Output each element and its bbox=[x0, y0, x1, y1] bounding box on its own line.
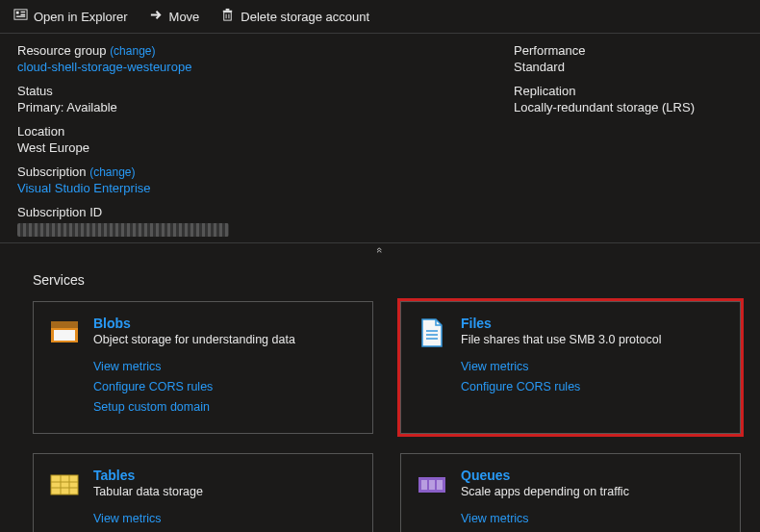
svg-rect-1 bbox=[16, 12, 19, 14]
queues-desc: Scale apps depending on traffic bbox=[461, 485, 629, 498]
subscription-value[interactable]: Visual Studio Enterprise bbox=[17, 181, 229, 195]
files-view-metrics-link[interactable]: View metrics bbox=[461, 358, 661, 376]
essentials-right: Performance Standard Replication Locally… bbox=[514, 43, 695, 237]
services-section: Services Blobs Object storage for unders… bbox=[0, 259, 760, 532]
blobs-cors-link[interactable]: Configure CORS rules bbox=[93, 378, 295, 396]
service-card-queues[interactable]: Queues Scale apps depending on traffic V… bbox=[400, 453, 741, 532]
performance-label: Performance bbox=[514, 43, 695, 58]
services-grid: Blobs Object storage for understanding d… bbox=[33, 301, 741, 532]
prop-location: Location West Europe bbox=[17, 124, 229, 155]
prop-subscription: Subscription (change) Visual Studio Ente… bbox=[17, 165, 229, 195]
chevron-up-icon: « bbox=[374, 247, 386, 255]
service-card-blobs[interactable]: Blobs Object storage for understanding d… bbox=[33, 301, 373, 434]
svg-rect-2 bbox=[21, 12, 26, 13]
queue-icon bbox=[417, 469, 447, 500]
service-body: Blobs Object storage for understanding d… bbox=[93, 316, 295, 416]
queues-view-metrics-link[interactable]: View metrics bbox=[461, 510, 629, 528]
collapse-essentials-toggle[interactable]: « bbox=[0, 242, 760, 259]
essentials-left: Resource group (change) cloud-shell-stor… bbox=[17, 43, 229, 237]
file-icon bbox=[417, 317, 447, 348]
svg-rect-24 bbox=[437, 480, 443, 490]
svg-rect-7 bbox=[226, 9, 230, 11]
svg-rect-3 bbox=[21, 14, 26, 15]
performance-value: Standard bbox=[514, 60, 695, 74]
svg-rect-22 bbox=[421, 480, 427, 490]
subscription-id-label: Subscription ID bbox=[17, 205, 229, 219]
svg-rect-5 bbox=[224, 13, 232, 20]
svg-rect-12 bbox=[54, 330, 75, 341]
replication-value: Locally-redundant storage (LRS) bbox=[514, 100, 695, 114]
blobs-title[interactable]: Blobs bbox=[93, 316, 295, 331]
resource-group-change-link[interactable]: (change) bbox=[110, 44, 155, 58]
files-desc: File shares that use SMB 3.0 protocol bbox=[461, 333, 661, 346]
replication-label: Replication bbox=[514, 84, 695, 98]
service-body: Files File shares that use SMB 3.0 proto… bbox=[461, 316, 661, 416]
delete-label: Delete storage account bbox=[241, 10, 369, 24]
service-card-files[interactable]: Files File shares that use SMB 3.0 proto… bbox=[400, 301, 741, 434]
subscription-change-link[interactable]: (change) bbox=[89, 165, 135, 179]
subscription-label: Subscription bbox=[17, 165, 87, 179]
prop-status: Status Primary: Available bbox=[17, 84, 229, 114]
prop-subscription-id: Subscription ID bbox=[17, 205, 229, 237]
service-card-tables[interactable]: Tables Tabular data storage View metrics bbox=[33, 453, 373, 532]
command-bar: Open in Explorer Move Delete storage acc… bbox=[0, 0, 760, 34]
tables-desc: Tabular data storage bbox=[93, 485, 203, 498]
open-in-explorer-label: Open in Explorer bbox=[34, 10, 128, 24]
table-icon bbox=[49, 469, 80, 500]
explorer-icon bbox=[13, 8, 28, 25]
prop-replication: Replication Locally-redundant storage (L… bbox=[514, 84, 695, 114]
svg-rect-11 bbox=[51, 321, 78, 328]
tables-view-metrics-link[interactable]: View metrics bbox=[93, 510, 203, 528]
queues-title[interactable]: Queues bbox=[461, 468, 629, 483]
service-body: Tables Tabular data storage View metrics bbox=[93, 468, 203, 528]
trash-icon bbox=[220, 8, 235, 25]
blob-icon bbox=[49, 317, 80, 348]
svg-rect-16 bbox=[51, 475, 78, 494]
move-label: Move bbox=[169, 10, 200, 24]
resource-group-value[interactable]: cloud-shell-storage-westeurope bbox=[17, 60, 229, 74]
essentials-panel: Resource group (change) cloud-shell-stor… bbox=[0, 34, 760, 242]
location-label: Location bbox=[17, 124, 229, 139]
files-title[interactable]: Files bbox=[461, 316, 661, 331]
blobs-desc: Object storage for understanding data bbox=[93, 333, 295, 346]
prop-resource-group: Resource group (change) cloud-shell-stor… bbox=[17, 43, 229, 74]
subscription-id-value bbox=[17, 223, 229, 237]
svg-rect-4 bbox=[16, 15, 25, 16]
files-cors-link[interactable]: Configure CORS rules bbox=[461, 378, 661, 396]
service-body: Queues Scale apps depending on traffic V… bbox=[461, 468, 629, 528]
blobs-view-metrics-link[interactable]: View metrics bbox=[93, 358, 295, 376]
location-value: West Europe bbox=[17, 140, 229, 155]
move-button[interactable]: Move bbox=[149, 8, 200, 25]
status-label: Status bbox=[17, 84, 229, 98]
services-title: Services bbox=[33, 272, 741, 288]
svg-rect-6 bbox=[223, 11, 232, 13]
delete-button[interactable]: Delete storage account bbox=[220, 8, 369, 25]
prop-performance: Performance Standard bbox=[514, 43, 695, 74]
open-in-explorer-button[interactable]: Open in Explorer bbox=[13, 8, 128, 25]
blobs-custom-domain-link[interactable]: Setup custom domain bbox=[93, 398, 295, 417]
status-value: Primary: Available bbox=[17, 100, 229, 114]
svg-rect-23 bbox=[429, 480, 435, 490]
arrow-right-icon bbox=[149, 8, 164, 25]
tables-title[interactable]: Tables bbox=[93, 468, 203, 483]
resource-group-label: Resource group bbox=[17, 43, 107, 58]
